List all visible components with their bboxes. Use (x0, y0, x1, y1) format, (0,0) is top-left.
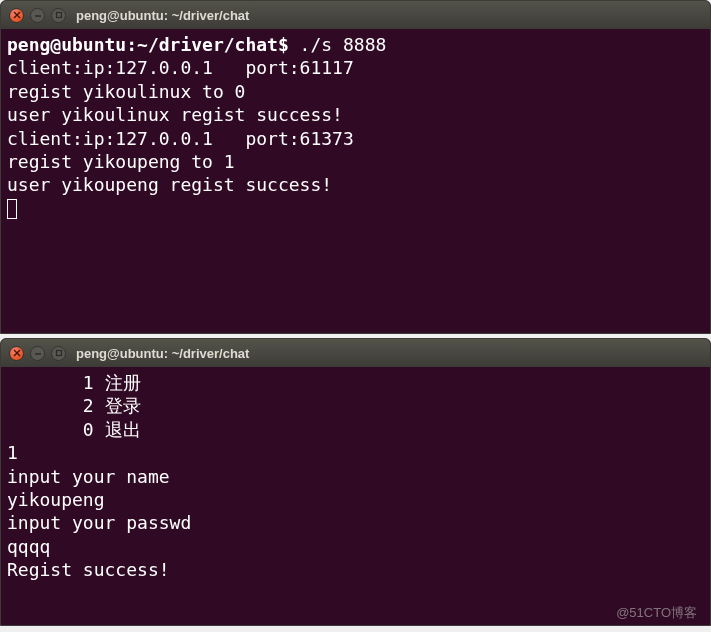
svg-rect-3 (56, 13, 61, 18)
output-line: yikoupeng (7, 489, 105, 510)
minimize-icon[interactable] (30, 8, 45, 23)
terminal-window-server: peng@ubuntu: ~/driver/chat peng@ubuntu:~… (0, 0, 711, 334)
output-line: input your passwd (7, 512, 191, 533)
output-line: regist yikoulinux to 0 (7, 81, 245, 102)
terminal-window-client: peng@ubuntu: ~/driver/chat 1 注册 2 登录 0 退… (0, 338, 711, 626)
output-line: input your name (7, 466, 170, 487)
output-line: regist yikoupeng to 1 (7, 151, 235, 172)
command-text: ./s 8888 (300, 34, 387, 55)
output-line: 1 (7, 442, 18, 463)
window-title: peng@ubuntu: ~/driver/chat (76, 346, 249, 361)
menu-item-register: 1 注册 (7, 372, 141, 393)
watermark-text: @51CTO博客 (616, 604, 697, 622)
close-icon[interactable] (9, 8, 24, 23)
window-title: peng@ubuntu: ~/driver/chat (76, 8, 249, 23)
titlebar[interactable]: peng@ubuntu: ~/driver/chat (1, 1, 710, 29)
maximize-icon[interactable] (51, 8, 66, 23)
titlebar[interactable]: peng@ubuntu: ~/driver/chat (1, 339, 710, 367)
output-line: user yikoupeng regist success! (7, 174, 332, 195)
terminal-output[interactable]: 1 注册 2 登录 0 退出 1 input your name yikoupe… (1, 367, 710, 625)
output-line: client:ip:127.0.0.1 port:61373 (7, 128, 354, 149)
output-line: user yikoulinux regist success! (7, 104, 343, 125)
output-line: client:ip:127.0.0.1 port:61117 (7, 57, 354, 78)
shell-prompt: peng@ubuntu:~/driver/chat$ (7, 34, 289, 55)
terminal-output[interactable]: peng@ubuntu:~/driver/chat$ ./s 8888 clie… (1, 29, 710, 333)
output-line: qqqq (7, 536, 50, 557)
minimize-icon[interactable] (30, 346, 45, 361)
output-line: Regist success! (7, 559, 170, 580)
close-icon[interactable] (9, 346, 24, 361)
svg-rect-7 (56, 351, 61, 356)
cursor-icon (7, 199, 17, 219)
menu-item-login: 2 登录 (7, 395, 141, 416)
menu-item-exit: 0 退出 (7, 419, 141, 440)
maximize-icon[interactable] (51, 346, 66, 361)
